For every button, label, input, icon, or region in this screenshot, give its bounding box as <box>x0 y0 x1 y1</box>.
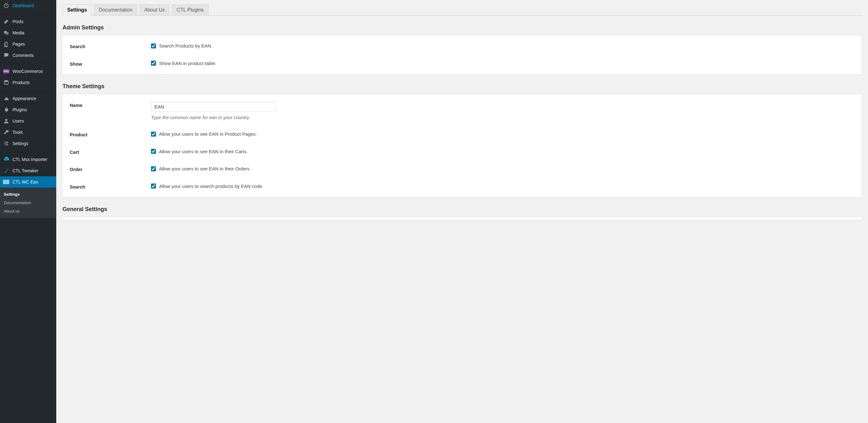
sidebar-item-label: Appearance <box>12 95 36 101</box>
sidebar-item-appearance[interactable]: Appearance <box>0 93 56 104</box>
sidebar-item-label: CTL Msx Importer <box>12 156 48 162</box>
checkbox-wrapper-order-ean[interactable]: Allow your users to see EAN in their Ord… <box>151 166 251 171</box>
dashboard-icon <box>3 2 9 9</box>
sidebar-item-ctl-tweaker[interactable]: CTL Tweaker <box>0 165 56 176</box>
wand-icon <box>3 168 9 174</box>
admin-sidebar: Dashboard Posts Media Pages Commen <box>0 0 56 423</box>
settings-icon <box>3 140 9 147</box>
menu-separator <box>0 13 56 14</box>
sidebar-item-label: Plugins <box>12 107 27 113</box>
sidebar-item-pages[interactable]: Pages <box>0 38 56 50</box>
checkbox-product-ean[interactable] <box>151 132 156 137</box>
row-theme-name: Name Type the common name for ean in you… <box>63 96 862 126</box>
label-theme-name: Name <box>70 102 151 108</box>
label-theme-order: Order <box>70 166 151 172</box>
label-theme-search: Search <box>70 183 151 189</box>
row-theme-product: Product Allow your users to see EAN in P… <box>63 126 862 143</box>
sidebar-item-dashboard[interactable]: Dashboard <box>0 0 56 11</box>
sidebar-item-settings[interactable]: Settings <box>0 138 56 149</box>
sidebar-item-label: WooCommerce <box>12 68 43 74</box>
description-ean-name: Type the common name for ean in your cou… <box>151 115 855 120</box>
barcode-icon <box>3 179 9 185</box>
menu-separator <box>0 90 56 91</box>
sidebar-item-users[interactable]: Users <box>0 115 56 127</box>
sidebar-item-label: Products <box>12 80 30 86</box>
tab-about-us[interactable]: About Us <box>140 4 170 16</box>
panel-theme-settings: Name Type the common name for ean in you… <box>63 94 862 197</box>
sidebar-item-posts[interactable]: Posts <box>0 16 56 27</box>
sidebar-submenu: Settings Documentation About us <box>0 188 56 218</box>
label-admin-show: Show <box>70 61 151 67</box>
sidebar-item-ctl-wc-ean[interactable]: CTL WC Ean <box>0 176 56 188</box>
sidebar-item-media[interactable]: Media <box>0 27 56 38</box>
label-theme-cart: Cart <box>70 149 151 155</box>
sidebar-item-label: CTL Tweaker <box>12 168 38 174</box>
cloud-upload-icon <box>3 156 9 162</box>
checkbox-theme-search-ean[interactable] <box>151 183 156 188</box>
checkbox-wrapper-theme-search-ean[interactable]: Allow your users to search products by E… <box>151 183 264 189</box>
sidebar-item-label: Tools <box>12 129 23 135</box>
sidebar-item-woocommerce[interactable]: woo WooCommerce <box>0 66 56 77</box>
tab-settings[interactable]: Settings <box>63 4 92 16</box>
row-theme-cart: Cart Allow your users to see EAN in thei… <box>63 143 862 161</box>
checkbox-order-ean[interactable] <box>151 166 156 171</box>
media-icon <box>3 30 9 36</box>
sidebar-item-label: CTL WC Ean <box>12 179 38 185</box>
sidebar-item-label: Comments <box>12 52 34 58</box>
woocommerce-icon: woo <box>3 68 9 74</box>
sidebar-item-comments[interactable]: Comments <box>0 50 56 61</box>
label-admin-search: Search <box>70 43 151 49</box>
section-title-admin: Admin Settings <box>63 24 862 31</box>
submenu-item-settings[interactable]: Settings <box>0 190 56 199</box>
tab-documentation[interactable]: Documentation <box>94 4 137 16</box>
sidebar-item-tools[interactable]: Tools <box>0 127 56 138</box>
tools-icon <box>3 129 9 135</box>
submenu-item-about-us[interactable]: About us <box>0 207 56 215</box>
checkbox-cart-ean[interactable] <box>151 149 156 154</box>
panel-general-settings <box>63 217 862 220</box>
checkbox-label: Allow your users to search products by E… <box>159 183 264 189</box>
main-content: Settings Documentation About Us CTL Plug… <box>56 0 868 423</box>
checkbox-search-products-ean[interactable] <box>151 43 156 49</box>
row-theme-order: Order Allow your users to see EAN in the… <box>63 160 862 178</box>
checkbox-label: Allow your users to see EAN in their Ord… <box>159 166 251 171</box>
checkbox-wrapper-search-products-ean[interactable]: Search Products by EAN. <box>151 43 212 49</box>
label-theme-product: Product <box>70 131 151 137</box>
section-title-theme: Theme Settings <box>63 83 862 90</box>
submenu-item-documentation[interactable]: Documentation <box>0 199 56 207</box>
row-admin-search: Search Search Products by EAN. <box>63 37 862 55</box>
menu-separator <box>0 63 56 64</box>
checkbox-label: Search Products by EAN. <box>159 43 212 49</box>
products-icon <box>3 80 9 86</box>
checkbox-show-ean-table[interactable] <box>151 61 156 66</box>
sidebar-item-ctl-msx-importer[interactable]: CTL Msx Importer <box>0 154 56 165</box>
comments-icon <box>3 52 9 58</box>
sidebar-item-label: Dashboard <box>12 2 34 9</box>
menu-separator <box>0 151 56 152</box>
appearance-icon <box>3 95 9 101</box>
tab-ctl-plugins[interactable]: CTL Plugins <box>172 4 209 16</box>
users-icon <box>3 118 9 124</box>
checkbox-wrapper-product-ean[interactable]: Allow your users to see EAN in Product P… <box>151 131 257 137</box>
sidebar-item-plugins[interactable]: Plugins <box>0 104 56 115</box>
settings-tabs: Settings Documentation About Us CTL Plug… <box>63 0 862 16</box>
checkbox-label: Allow your users to see EAN in Product P… <box>159 131 257 137</box>
checkbox-wrapper-show-ean-table[interactable]: Show EAN in product table. <box>151 61 216 66</box>
checkbox-wrapper-cart-ean[interactable]: Allow your users to see EAN in their Car… <box>151 149 248 154</box>
sidebar-item-label: Media <box>12 30 24 36</box>
sidebar-item-products[interactable]: Products <box>0 77 56 88</box>
checkbox-label: Allow your users to see EAN in their Car… <box>159 149 248 154</box>
sidebar-item-label: Settings <box>12 140 28 147</box>
sidebar-item-label: Users <box>12 118 24 124</box>
checkbox-label: Show EAN in product table. <box>159 61 216 66</box>
section-title-general: General Settings <box>63 206 862 213</box>
row-admin-show: Show Show EAN in product table. <box>63 55 862 72</box>
plugins-icon <box>3 107 9 113</box>
panel-admin-settings: Search Search Products by EAN. Show Show… <box>63 35 862 74</box>
sidebar-item-label: Posts <box>12 19 24 25</box>
pages-icon <box>3 41 9 47</box>
input-ean-name[interactable] <box>151 102 276 112</box>
pin-icon <box>3 19 9 25</box>
sidebar-item-label: Pages <box>12 41 25 47</box>
row-theme-search: Search Allow your users to search produc… <box>63 178 862 195</box>
